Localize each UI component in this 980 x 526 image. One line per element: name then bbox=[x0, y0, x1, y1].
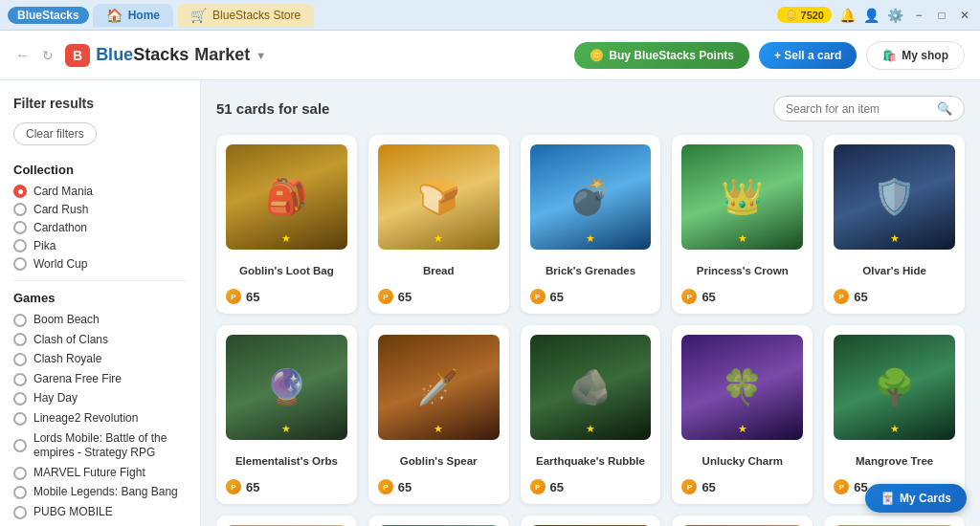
game-item-lords-mobile[interactable]: Lords Mobile: Battle of the empires - St… bbox=[13, 431, 187, 461]
tab-store[interactable]: 🛒 BlueStacks Store bbox=[177, 4, 314, 27]
radio-hay-day bbox=[13, 392, 27, 405]
card-price: P 65 bbox=[378, 289, 500, 304]
card-item[interactable]: 🪨 ★ Earthquake's Rubble P 65 bbox=[521, 325, 661, 504]
price-value: 65 bbox=[398, 480, 412, 494]
games-section-title: Games bbox=[13, 291, 187, 305]
game-item-mobile-legends[interactable]: Mobile Legends: Bang Bang bbox=[13, 485, 187, 500]
radio-lords-mobile bbox=[13, 439, 27, 452]
price-coin-icon: P bbox=[530, 289, 546, 304]
card-item[interactable]: 🎒 ★ Goblin's Loot Bag P 65 bbox=[216, 135, 357, 314]
game-item-marvel-future-fight[interactable]: MARVEL Future Fight bbox=[13, 466, 187, 481]
radio-boom-beach bbox=[13, 314, 27, 327]
price-coin-icon: P bbox=[834, 479, 849, 494]
game-item-clash-royale[interactable]: Clash Royale bbox=[13, 352, 187, 367]
bluestacks-logo: BlueStacks bbox=[8, 7, 89, 24]
card-image: 🪨 ★ bbox=[530, 335, 652, 440]
game-label-hay-day: Hay Day bbox=[33, 391, 78, 406]
user-icon[interactable]: 👤 bbox=[863, 8, 880, 23]
collection-item-card-mania[interactable]: Card Mania bbox=[13, 185, 187, 198]
price-value: 65 bbox=[702, 290, 715, 304]
card-item[interactable]: 🌳 ★ Mangrove Tree P 65 bbox=[824, 325, 965, 504]
collection-label-world-cup: World Cup bbox=[33, 257, 87, 271]
search-input[interactable] bbox=[786, 102, 931, 116]
game-item-clash-of-clans[interactable]: Clash of Clans bbox=[13, 333, 187, 348]
refresh-button[interactable]: ↻ bbox=[42, 48, 54, 63]
price-coin-icon: P bbox=[226, 479, 241, 494]
card-star: ★ bbox=[890, 423, 900, 435]
search-box[interactable]: 🔍 bbox=[773, 96, 965, 121]
card-price: P 65 bbox=[530, 289, 652, 304]
card-item[interactable]: ⚔️ P 65 bbox=[368, 515, 509, 526]
notification-icon[interactable]: 🔔 bbox=[839, 8, 856, 23]
title-bar-right: 🪙 7520 🔔 👤 ⚙️ − □ ✕ bbox=[777, 7, 972, 23]
price-value: 65 bbox=[398, 290, 412, 304]
card-image: 🍞 ★ bbox=[378, 144, 500, 250]
logo-text: BlueStacks bbox=[17, 9, 79, 22]
radio-card-mania bbox=[13, 185, 27, 198]
collection-label-card-rush: Card Rush bbox=[33, 203, 88, 216]
game-item-lineage2-revolution[interactable]: Lineage2 Revolution bbox=[13, 411, 187, 427]
card-price: P 65 bbox=[530, 479, 652, 494]
minimize-button[interactable]: − bbox=[911, 8, 926, 23]
settings-icon[interactable]: ⚙️ bbox=[887, 8, 903, 23]
card-item[interactable]: 🍞 ★ Bread P 65 bbox=[368, 135, 509, 314]
my-shop-button[interactable]: 🛍️ My shop bbox=[866, 41, 965, 70]
price-value: 65 bbox=[702, 480, 715, 494]
game-item-garena-free-fire[interactable]: Garena Free Fire bbox=[13, 372, 187, 387]
card-name: Bread bbox=[378, 257, 500, 284]
sell-card-button[interactable]: + Sell a card bbox=[759, 42, 857, 69]
game-label-lords-mobile: Lords Mobile: Battle of the empires - St… bbox=[33, 431, 187, 461]
card-price: P 65 bbox=[681, 289, 803, 304]
brand-name: BlueStacks bbox=[96, 45, 189, 65]
price-coin-icon: P bbox=[378, 289, 393, 304]
brand-icon: B bbox=[65, 44, 90, 67]
card-image: 🌳 ★ bbox=[834, 335, 955, 440]
collection-item-pika[interactable]: Pika bbox=[13, 239, 187, 252]
collection-item-cardathon[interactable]: Cardathon bbox=[13, 221, 187, 234]
card-item[interactable]: 🎯 P 65 bbox=[216, 515, 357, 526]
main-layout: Filter results Clear filters Collection … bbox=[0, 80, 980, 526]
card-star: ★ bbox=[890, 232, 900, 245]
buy-points-button[interactable]: 🪙 Buy BlueStacks Points bbox=[574, 42, 749, 69]
card-star: ★ bbox=[586, 232, 595, 245]
back-button[interactable]: ← bbox=[15, 47, 31, 64]
brand-logo: B BlueStacks Market ▼ bbox=[65, 44, 266, 67]
tab-store-label: BlueStacks Store bbox=[212, 9, 301, 22]
card-image: 👑 ★ bbox=[681, 144, 803, 250]
my-shop-label: My shop bbox=[902, 49, 948, 62]
game-item-pubg-mobile[interactable]: PUBG MOBILE bbox=[13, 505, 187, 520]
card-item[interactable]: 🔮 ★ Elementalist's Orbs P 65 bbox=[216, 325, 357, 504]
card-item[interactable]: 🍀 ★ Unlucky Charm P 65 bbox=[672, 325, 813, 504]
card-item[interactable]: 🎪 P 65 bbox=[824, 515, 965, 526]
cards-count: 51 cards for sale bbox=[216, 100, 329, 117]
collection-item-world-cup[interactable]: World Cup bbox=[13, 257, 187, 271]
card-star: ★ bbox=[434, 232, 443, 245]
price-coin-icon: P bbox=[530, 479, 546, 494]
dropdown-icon[interactable]: ▼ bbox=[256, 50, 266, 61]
card-item[interactable]: 🏆 P 65 bbox=[521, 515, 661, 526]
card-name: Princess's Crown bbox=[681, 257, 803, 284]
card-item[interactable]: 🛡️ ★ Olvar's Hide P 65 bbox=[824, 135, 965, 314]
card-item[interactable]: 💣 ★ Brick's Grenades P 65 bbox=[521, 135, 661, 314]
my-cards-button[interactable]: 🃏 My Cards bbox=[865, 484, 967, 513]
tab-home[interactable]: 🏠 Home bbox=[93, 4, 173, 27]
card-star: ★ bbox=[281, 232, 291, 245]
collection-item-card-rush[interactable]: Card Rush bbox=[13, 203, 187, 216]
close-button[interactable]: ✕ bbox=[957, 8, 972, 23]
games-list: Boom Beach Clash of Clans Clash Royale G… bbox=[13, 313, 187, 520]
card-item[interactable]: 🗡️ ★ Goblin's Spear P 65 bbox=[368, 325, 509, 504]
price-coin-icon: P bbox=[226, 289, 241, 304]
radio-garena-free-fire bbox=[13, 373, 27, 386]
radio-cardathon bbox=[13, 221, 27, 234]
game-item-hay-day[interactable]: Hay Day bbox=[13, 391, 187, 406]
price-coin-icon: P bbox=[834, 289, 849, 304]
maximize-button[interactable]: □ bbox=[934, 8, 949, 23]
game-item-boom-beach[interactable]: Boom Beach bbox=[13, 313, 187, 328]
card-item[interactable]: 👑 ★ Princess's Crown P 65 bbox=[672, 135, 813, 314]
card-item[interactable]: ❄️ P 65 bbox=[672, 515, 813, 526]
game-label-mobile-legends: Mobile Legends: Bang Bang bbox=[33, 485, 178, 500]
price-value: 65 bbox=[550, 290, 564, 304]
collection-label-card-mania: Card Mania bbox=[33, 185, 93, 198]
price-value: 65 bbox=[246, 290, 259, 304]
clear-filters-button[interactable]: Clear filters bbox=[13, 122, 97, 145]
